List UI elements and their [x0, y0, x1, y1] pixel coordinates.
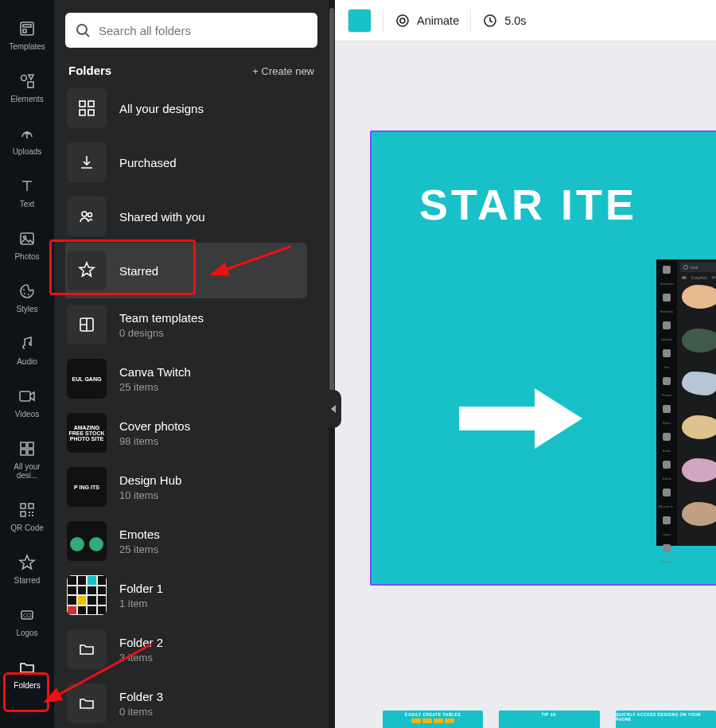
page-thumb[interactable]: EASILY CREATE TABLES — [383, 710, 483, 728]
page-thumb[interactable]: TIP 19: — [499, 710, 599, 728]
folder-sub: 25 items — [119, 381, 191, 393]
styles-icon — [18, 282, 37, 301]
folder-sub: 0 items — [119, 706, 163, 718]
folder-starred[interactable]: Starred — [65, 243, 307, 298]
rail-text[interactable]: Text — [3, 173, 51, 212]
canvas-area[interactable]: STAR ITE Templates Elements Uploads Text… — [335, 41, 716, 728]
qrcode-icon — [18, 500, 37, 520]
folder-cover-photos[interactable]: AMAZING FREE STOCK PHOTO SITE Cover phot… — [65, 411, 317, 454]
rail-templates[interactable]: Templates — [3, 16, 51, 54]
svg-rect-19 — [32, 512, 33, 513]
rail-label: Uploads — [13, 147, 42, 156]
panel-scrollbar[interactable] — [329, 0, 335, 728]
search-bar[interactable] — [65, 13, 317, 48]
star-icon — [18, 553, 37, 572]
rail-audio[interactable]: Audio — [3, 331, 51, 369]
folder-name: Emotes — [119, 528, 160, 541]
folder-team-templates[interactable]: Team templates0 designs — [65, 303, 317, 346]
scrollbar-thumb[interactable] — [329, 8, 334, 422]
thumb-title: EASILY CREATE TABLES — [405, 712, 461, 717]
page-thumbnails: EASILY CREATE TABLES TIP 19: QUICKLY ACC… — [335, 704, 716, 728]
svg-rect-17 — [21, 512, 25, 516]
videos-icon — [18, 387, 37, 406]
svg-rect-26 — [88, 101, 94, 107]
svg-point-8 — [24, 293, 25, 294]
rail-photos[interactable]: Photos — [3, 226, 51, 264]
design-canvas[interactable]: STAR ITE Templates Elements Uploads Text… — [370, 130, 716, 586]
rail-styles[interactable]: Styles — [3, 278, 51, 317]
folder-folder2[interactable]: Folder 23 items — [65, 628, 317, 671]
svg-point-7 — [23, 289, 25, 290]
color-chip[interactable] — [348, 9, 372, 33]
duration-button[interactable]: 5.0s — [482, 13, 526, 29]
svg-point-3 — [21, 76, 27, 81]
rail-label: Logos — [16, 629, 37, 637]
svg-rect-11 — [21, 442, 26, 448]
people-icon — [67, 197, 107, 236]
search-input[interactable] — [99, 24, 308, 37]
animate-icon — [395, 13, 411, 29]
svg-rect-4 — [28, 82, 33, 88]
svg-point-9 — [28, 294, 29, 295]
folder-emotes[interactable]: Emotes25 items — [65, 520, 317, 563]
folder-sub: 98 items — [119, 435, 190, 447]
animate-label: Animate — [417, 14, 459, 27]
rail-starred[interactable]: Starred — [3, 550, 51, 588]
folder-folder1[interactable]: Folder 11 item — [65, 574, 317, 617]
duration-label: 5.0s — [504, 14, 526, 27]
page-thumb[interactable]: QUICKLY ACCESS DESIGNS ON YOUR PHONE — [616, 710, 716, 728]
rail-qrcode[interactable]: QR Code — [3, 497, 51, 535]
thumb-title: TIP 19: — [542, 712, 558, 717]
folder-canva-twitch[interactable]: EUL GANG Canva Twitch25 items — [65, 357, 317, 400]
folder-design-hub[interactable]: P ING ITS Design Hub10 items — [65, 465, 317, 508]
svg-point-32 — [397, 15, 408, 26]
folder-thumbnail: AMAZING FREE STOCK PHOTO SITE — [67, 413, 107, 453]
rail-logos[interactable]: CO. Logos — [3, 602, 51, 640]
arrow-graphic[interactable] — [459, 379, 586, 458]
svg-point-30 — [88, 213, 92, 217]
folder-thumbnail — [67, 575, 107, 615]
folder-sub: 10 items — [119, 489, 181, 501]
templates-icon — [18, 19, 37, 38]
clock-icon — [482, 13, 498, 29]
rail-label: Styles — [16, 305, 37, 313]
rail-uploads[interactable]: Uploads — [3, 121, 51, 159]
folder-name: Cover photos — [119, 419, 190, 433]
svg-rect-13 — [21, 450, 26, 455]
folder-purchased[interactable]: Purchased — [65, 141, 317, 184]
svg-rect-14 — [28, 450, 33, 455]
rail-all-designs[interactable]: All your desi... — [3, 436, 51, 483]
svg-rect-2 — [23, 29, 26, 33]
rail-label: All your desi... — [3, 462, 51, 480]
thumb-text: EUL GANG — [71, 375, 103, 383]
folder-all-designs[interactable]: All your designs — [65, 87, 317, 130]
folder-thumbnail — [67, 521, 107, 561]
folder-folder3[interactable]: Folder 30 items — [65, 682, 317, 725]
rail-label: Elements — [10, 95, 44, 103]
editor-area: Animate 5.0s STAR ITE Templates Elements… — [335, 0, 716, 728]
svg-rect-10 — [20, 391, 30, 401]
folder-sub: 1 item — [119, 598, 163, 609]
folder-name: Folder 1 — [119, 582, 163, 595]
panel-collapse-handle[interactable] — [325, 390, 341, 428]
mini-rail: Templates Elements Uploads Text Photos S… — [656, 259, 677, 546]
rail-elements[interactable]: Elements — [3, 68, 51, 107]
folder-sub: 0 designs — [119, 327, 204, 339]
svg-rect-12 — [28, 442, 33, 448]
thumb-text: P ING ITS — [72, 483, 101, 492]
folder-icon — [67, 629, 107, 669]
rail-videos[interactable]: Videos — [3, 383, 51, 422]
svg-rect-16 — [29, 504, 33, 508]
search-icon — [75, 22, 91, 38]
folder-shared[interactable]: Shared with you — [65, 195, 317, 238]
topbar: Animate 5.0s — [335, 0, 716, 41]
create-new-link[interactable]: + Create new — [252, 65, 314, 77]
rail-label: Starred — [14, 576, 41, 585]
thumb-text: AMAZING FREE STOCK PHOTO SITE — [67, 423, 107, 443]
rail-folders[interactable]: Folders — [3, 655, 51, 693]
folder-name: Starred — [119, 264, 158, 278]
animate-button[interactable]: Animate — [395, 13, 459, 29]
mini-tab: All — [682, 275, 687, 280]
design-title-text[interactable]: STAR ITE — [419, 180, 716, 229]
mini-body: blob AllGraphicsPhotos — [677, 259, 716, 546]
